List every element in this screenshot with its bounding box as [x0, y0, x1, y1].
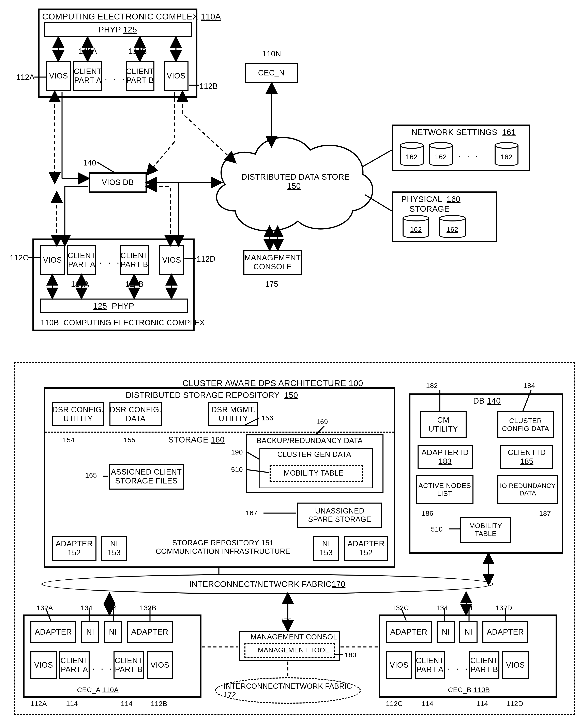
ref-134-b2: 134 [461, 604, 473, 612]
ref-114a-bot: 114A [71, 280, 89, 288]
mgmt-console: MANAGEMENT CONSOLE [243, 250, 302, 275]
sr-ni-left: NI153 [101, 536, 127, 561]
active-nodes: ACTIVE NODES LIST [416, 475, 474, 504]
ref-180: 180 [344, 651, 356, 659]
cec-b-title: 110B COMPUTING ELECTRONIC COMPLEX [41, 318, 205, 327]
phys-storage-title: PHYSICAL 160 [401, 195, 461, 204]
cluster-cfg: CLUSTER CONFIG DATA [498, 411, 554, 438]
phys-storage-title2: STORAGE [410, 204, 449, 214]
arch-title: CLUSTER AWARE DPS ARCHITECTURE 100 [183, 378, 363, 388]
ref-114b-top: 114B [128, 47, 147, 56]
ref-114a-top: 114A [79, 47, 97, 56]
cec-a-clienta: CLIENT PART A [74, 61, 102, 91]
cec-b2-vios-r: VIOS [502, 651, 529, 679]
sr-adapter-right: ADAPTER152 [344, 536, 388, 561]
cec-a2-adapter-r: ADAPTER [127, 621, 173, 643]
db-net-3: 162 [495, 142, 519, 166]
cec-a2-vios-r: VIOS [147, 651, 173, 679]
ref-155: 155 [124, 436, 135, 444]
ref-184: 184 [523, 382, 535, 389]
cec-a2-ni-1: NI [81, 621, 99, 643]
mobility-table-2: MOBILITY TABLE [460, 517, 511, 543]
ref-112b: 112B [200, 82, 218, 90]
db-title: DB 140 [473, 396, 501, 405]
ref-110n: 110N [262, 49, 281, 58]
ref-132d: 132D [496, 604, 512, 612]
cec-a-title: COMPUTING ELECTRONIC COMPLEX 110A [42, 12, 174, 21]
ref-167: 167 [246, 509, 257, 517]
cec-a2-vios-l: VIOS [30, 651, 57, 679]
ref-510a: 510 [231, 466, 243, 474]
cec-b-phyp: 125 PHYP [40, 299, 188, 313]
ref-186: 186 [422, 509, 433, 517]
db-phys-2: 162 [439, 215, 466, 238]
fabric2-ellipse: INTERCONNECT/NETWORK FABRIC172 [215, 677, 361, 704]
cec-b2-adapter-l: ADAPTER [386, 621, 432, 643]
sr-adapter-left: ADAPTER152 [52, 536, 97, 561]
net-dots: . . . [458, 148, 480, 160]
fabric-ellipse: INTERCONNECT/NETWORK FABRIC170 [41, 574, 493, 594]
cec-a-dots: . . . [105, 71, 126, 82]
cec-a2-clienta: CLIENT PART A [59, 651, 89, 679]
mgmt-consol-title: MANAGEMENT CONSOL [251, 633, 337, 641]
cec-a2-adapter-l: ADAPTER [30, 621, 76, 643]
cec-n: CEC_N [245, 63, 298, 83]
ref-132a: 132A [37, 604, 53, 612]
cec-b-dots: . . . [99, 255, 121, 266]
ref-112b2: 112B [151, 700, 167, 708]
cm-utility: CM UTILITY [420, 411, 467, 438]
ref-112c: 112C [10, 254, 28, 262]
db-net-2: 162 [429, 142, 453, 166]
db-net-1: 162 [400, 142, 424, 166]
ref-165: 165 [85, 471, 97, 479]
ref-190: 190 [231, 448, 243, 456]
io-redundancy: IO REDUNDANCY DATA [498, 475, 558, 504]
ref-156: 156 [261, 414, 273, 422]
mgmt-tool-lbl: MANAGEMENT TOOL [258, 646, 329, 654]
ref-112c2: 112C [386, 700, 403, 708]
ref-114b-bot: 114B [125, 280, 144, 288]
cec-a2-dots: . . . [92, 661, 114, 672]
cec-b2-ni-2: NI [459, 621, 478, 643]
ref-134-a2: 134 [105, 604, 117, 612]
ref-134-b1: 134 [436, 604, 448, 612]
net-settings-title: NETWORK SETTINGS 161 [412, 128, 516, 137]
cgen-lbl: CLUSTER GEN DATA [277, 450, 351, 459]
db-phys-1: 162 [402, 215, 429, 238]
ref-114a2-r: 114 [121, 700, 132, 708]
ref-112d: 112D [196, 255, 215, 263]
cec-b2-clientb: CLIENT PART B [469, 651, 499, 679]
sr-title: STORAGE REPOSITORY 151 COMMUNICATION INF… [134, 539, 312, 556]
cec-a-phyp: PHYP 125 [44, 22, 192, 37]
ref-187: 187 [539, 509, 551, 517]
dsr-title: DISTRIBUTED STORAGE REPOSITORY 150 [126, 390, 298, 400]
ref-140-top: 140 [83, 159, 96, 167]
ref-112a2: 112A [30, 700, 47, 708]
cec-b2-adapter-r: ADAPTER [482, 621, 528, 643]
ref-182: 182 [426, 382, 438, 389]
cec-a2-ni-2: NI [104, 621, 122, 643]
ref-132b: 132B [140, 604, 156, 612]
cec-b2-clienta: CLIENT PART A [415, 651, 445, 679]
cec-b-clientb: CLIENT PART B [120, 245, 149, 275]
ref-510b: 510 [431, 525, 443, 533]
ref-154: 154 [63, 436, 75, 444]
dds-label: DISTRIBUTED DATA STORE150 [241, 173, 346, 190]
ref-114b2-r: 114 [476, 700, 488, 708]
ref-134-a1: 134 [81, 604, 92, 612]
ref-114a2-l: 114 [66, 700, 78, 708]
ref-132c: 132C [392, 604, 409, 612]
cec-b2-title: CEC_B 110B [448, 686, 490, 694]
cec-a-vios-right: VIOS [164, 61, 189, 91]
dsr-sep [45, 431, 394, 433]
cec-b2-ni-1: NI [437, 621, 455, 643]
ref-114b2-l: 114 [422, 700, 433, 708]
dsr-mgmt-util: DSR MGMT. UTILITY [208, 402, 258, 426]
sr-ni-right: NI153 [313, 536, 339, 561]
cec-b2-dots: . . . [447, 661, 469, 672]
cec-b-vios-left: VIOS [40, 245, 65, 275]
ref-112a: 112A [16, 73, 35, 82]
svg-line-9 [363, 150, 392, 166]
cec-a2-title: CEC_A 110A [77, 686, 119, 694]
cec-b2-vios-l: VIOS [386, 651, 412, 679]
